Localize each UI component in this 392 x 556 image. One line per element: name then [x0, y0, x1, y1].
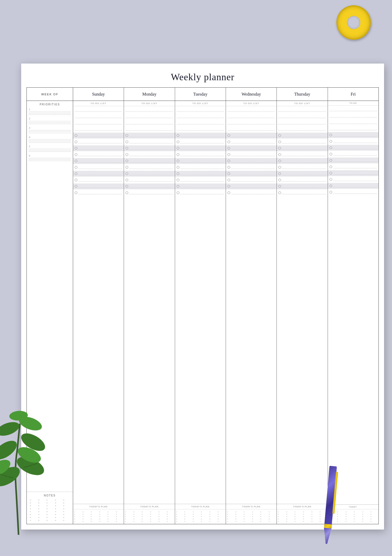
checkbox[interactable]	[177, 141, 179, 143]
plan-dot	[311, 521, 312, 522]
checkbox[interactable]	[278, 172, 281, 175]
checkbox[interactable]	[177, 153, 179, 156]
checkbox[interactable]	[228, 153, 230, 156]
checkbox[interactable]	[329, 159, 332, 162]
checkbox[interactable]	[75, 153, 77, 156]
checkbox[interactable]	[177, 179, 179, 181]
dot	[47, 520, 47, 521]
checkbox[interactable]	[177, 172, 179, 175]
plan-dot	[295, 512, 295, 512]
plan-dot	[286, 521, 287, 522]
checkbox[interactable]	[329, 140, 332, 143]
checkbox[interactable]	[75, 160, 77, 162]
checkbox[interactable]	[177, 185, 179, 188]
plan-dot	[244, 521, 244, 522]
checkbox[interactable]	[329, 153, 332, 155]
checkbox[interactable]	[177, 191, 179, 194]
todo-row	[175, 133, 226, 138]
checkbox[interactable]	[75, 185, 77, 188]
day-column-friday: TO-DO	[328, 101, 378, 524]
todo-row	[228, 114, 275, 119]
checkbox[interactable]	[126, 147, 128, 150]
dot	[63, 503, 64, 503]
checkbox[interactable]	[228, 134, 230, 137]
checkbox[interactable]	[75, 179, 77, 181]
checkbox[interactable]	[177, 160, 179, 162]
plant-decoration	[0, 402, 45, 535]
plan-dot	[193, 521, 194, 522]
plan-dot	[295, 521, 295, 522]
checkbox[interactable]	[329, 165, 332, 168]
checkbox[interactable]	[126, 153, 128, 156]
todo-header-sunday: TO-DO LIST	[73, 101, 124, 106]
checkbox[interactable]	[177, 147, 179, 150]
plan-dot	[320, 521, 320, 522]
plan-dot	[201, 512, 202, 512]
plan-dot	[83, 521, 83, 522]
todo-row	[228, 152, 275, 158]
checkbox[interactable]	[75, 147, 77, 150]
checkbox[interactable]	[126, 179, 128, 181]
checkbox[interactable]	[75, 172, 77, 175]
checkbox[interactable]	[75, 166, 77, 169]
checkbox[interactable]	[177, 166, 179, 169]
plan-dot	[346, 512, 346, 512]
checkbox[interactable]	[228, 185, 230, 188]
todays-plan-header: TODAY'S PLAN	[226, 504, 277, 509]
dot	[63, 517, 64, 518]
checkbox[interactable]	[228, 179, 230, 181]
checkbox[interactable]	[278, 153, 281, 156]
plan-dot	[278, 519, 279, 519]
plan-dot	[176, 512, 177, 512]
checkbox[interactable]	[228, 166, 230, 169]
checkbox[interactable]	[329, 185, 332, 187]
plan-dot	[286, 512, 287, 512]
checkbox[interactable]	[126, 172, 128, 175]
checkbox[interactable]	[278, 160, 281, 162]
plan-dot	[371, 519, 371, 519]
checkbox[interactable]	[329, 146, 332, 149]
checkbox[interactable]	[228, 172, 230, 175]
todo-row	[126, 164, 173, 170]
checkbox[interactable]	[126, 160, 128, 162]
checkbox[interactable]	[278, 179, 281, 181]
checkbox[interactable]	[278, 134, 281, 137]
checkbox[interactable]	[177, 134, 179, 137]
checkbox[interactable]	[278, 185, 281, 188]
dot	[55, 508, 56, 509]
checkbox[interactable]	[126, 185, 128, 188]
plan-dot	[184, 514, 185, 515]
checkbox[interactable]	[228, 141, 230, 143]
checkbox[interactable]	[75, 134, 77, 137]
checkbox[interactable]	[278, 147, 281, 150]
plan-dot	[74, 519, 75, 519]
checkbox[interactable]	[329, 172, 332, 174]
plan-dot	[337, 521, 338, 522]
checkbox[interactable]	[126, 166, 128, 169]
checkbox[interactable]	[75, 191, 77, 194]
checkbox[interactable]	[278, 166, 281, 169]
plan-dot	[320, 514, 320, 515]
priority-item-4: 4	[29, 136, 71, 142]
todo-row	[226, 171, 277, 177]
checkbox[interactable]	[126, 191, 128, 194]
checkbox[interactable]	[228, 191, 230, 194]
checkbox[interactable]	[329, 134, 332, 136]
checkbox[interactable]	[329, 178, 332, 181]
plan-dot	[116, 519, 117, 519]
checkbox[interactable]	[278, 191, 281, 194]
priority-num-1: 1	[29, 108, 71, 111]
checkbox[interactable]	[126, 141, 128, 143]
plan-dot	[218, 521, 219, 522]
plan-dot	[83, 519, 83, 519]
checkbox[interactable]	[228, 147, 230, 150]
plan-dot	[227, 514, 228, 515]
checkbox[interactable]	[126, 134, 128, 137]
todo-row	[126, 120, 173, 126]
checkbox[interactable]	[75, 141, 77, 143]
checkbox[interactable]	[329, 191, 332, 194]
checkbox[interactable]	[228, 160, 230, 162]
todo-row	[75, 177, 122, 183]
checkbox[interactable]	[278, 141, 281, 143]
todays-plan-header: TODAY'S PLAN	[277, 504, 327, 509]
